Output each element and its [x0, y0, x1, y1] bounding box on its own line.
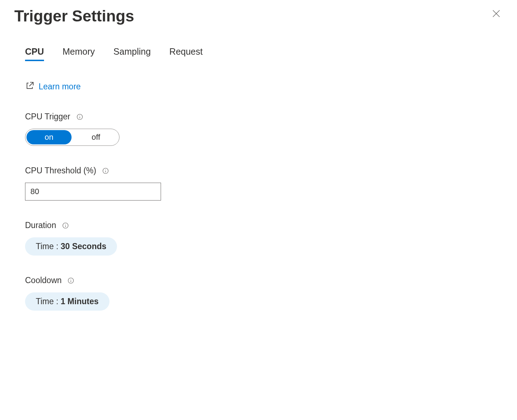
close-button[interactable] [490, 7, 503, 20]
cooldown-label-row: Cooldown [25, 276, 503, 285]
cpu-threshold-label-row: CPU Threshold (%) [25, 166, 503, 176]
cooldown-field: Cooldown Time : 1 Minutes [25, 276, 503, 311]
tabs: CPU Memory Sampling Request [25, 46, 503, 61]
cooldown-pill-prefix: Time : [36, 297, 60, 306]
tab-memory[interactable]: Memory [63, 46, 95, 61]
close-icon [491, 9, 501, 19]
info-icon[interactable] [67, 277, 74, 284]
tab-cpu[interactable]: CPU [25, 46, 44, 61]
cpu-threshold-input[interactable] [25, 183, 161, 201]
learn-more-label: Learn more [39, 82, 81, 92]
toggle-off: off [73, 129, 119, 145]
duration-label-row: Duration [25, 221, 503, 230]
svg-point-8 [105, 169, 106, 169]
toggle-on: on [26, 130, 72, 144]
svg-point-5 [79, 115, 80, 115]
panel-header: Trigger Settings [14, 7, 503, 25]
cpu-trigger-label: CPU Trigger [25, 112, 70, 122]
duration-pill-value: 30 Seconds [60, 242, 106, 251]
duration-field: Duration Time : 30 Seconds [25, 221, 503, 256]
tab-request[interactable]: Request [169, 46, 203, 61]
duration-pill-prefix: Time : [36, 242, 60, 251]
page-title: Trigger Settings [14, 7, 134, 25]
cpu-threshold-field: CPU Threshold (%) [25, 166, 503, 201]
info-icon[interactable] [102, 167, 109, 174]
duration-label: Duration [25, 221, 56, 230]
duration-pill[interactable]: Time : 30 Seconds [25, 237, 117, 256]
svg-point-14 [71, 279, 71, 279]
cpu-threshold-label: CPU Threshold (%) [25, 166, 96, 176]
cooldown-pill[interactable]: Time : 1 Minutes [25, 292, 109, 311]
cooldown-label: Cooldown [25, 276, 62, 285]
tab-sampling[interactable]: Sampling [113, 46, 151, 61]
info-icon[interactable] [62, 222, 69, 229]
cpu-trigger-field: CPU Trigger on off [25, 112, 503, 146]
learn-more-link[interactable]: Learn more [25, 81, 81, 92]
info-icon[interactable] [76, 113, 83, 120]
cpu-trigger-label-row: CPU Trigger [25, 112, 503, 122]
trigger-settings-panel: Trigger Settings CPU Memory Sampling Req… [0, 0, 517, 420]
svg-point-11 [65, 224, 65, 224]
cooldown-pill-value: 1 Minutes [60, 297, 98, 306]
external-link-icon [25, 81, 34, 92]
cpu-trigger-toggle[interactable]: on off [25, 129, 120, 146]
svg-line-2 [29, 82, 33, 86]
panel-content: CPU Memory Sampling Request Learn more C… [14, 46, 503, 311]
